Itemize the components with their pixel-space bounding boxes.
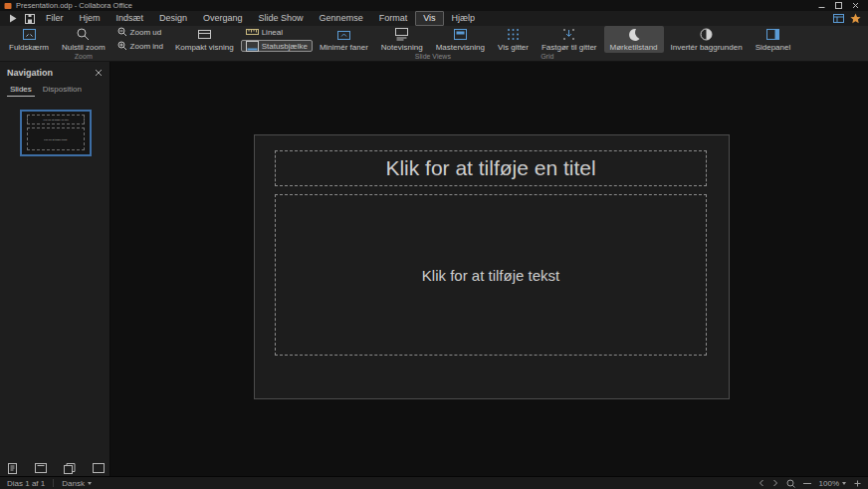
snap-to-grid-icon: [561, 27, 576, 42]
slide-thumbnail[interactable]: Klik for at tilføje en titel Klik for at…: [20, 110, 92, 156]
navigation-tabs: Slides Disposition: [0, 82, 109, 102]
group-zoom: Nulstil zoom Zoom: [56, 26, 111, 61]
side-panel-button[interactable]: Sidepanel: [750, 26, 797, 53]
zoom-in-button[interactable]: Zoom ind: [112, 40, 168, 52]
layout-icon[interactable]: [833, 14, 844, 23]
slide-count-label: Dias 1 af 1: [7, 479, 45, 488]
save-icon[interactable]: [21, 12, 38, 25]
menu-item-design[interactable]: Design: [151, 11, 195, 26]
statusbar-icon: [246, 41, 259, 52]
next-slide-icon[interactable]: [772, 479, 778, 487]
menubar-right: [833, 13, 864, 24]
dark-mode-label: Mørketilstand: [610, 44, 658, 52]
panel-bottom-toolbar: [0, 460, 109, 476]
moon-icon: [626, 27, 641, 42]
zoom-magnifier-icon[interactable]: [786, 479, 795, 488]
zoom-level-selector[interactable]: 100%: [819, 479, 846, 488]
group-ruler-statusbar: Lineal Statusbjælke: [241, 26, 313, 61]
thumbnail-body-text: Klik for at tilføje tekst: [44, 137, 67, 140]
star-icon[interactable]: [850, 13, 861, 24]
slide-body-placeholder[interactable]: Klik for at tilføje tekst: [275, 194, 707, 356]
show-grid-label: Vis gitter: [498, 44, 529, 52]
menu-item-filer[interactable]: Filer: [38, 11, 72, 26]
menu-item-vis[interactable]: Vis: [415, 11, 443, 26]
master-view-label: Mastervisning: [436, 44, 485, 52]
duplicate-slide-icon[interactable]: [64, 463, 76, 474]
statusbar-toggle-label: Statusbjælke: [262, 42, 308, 51]
zoom-in-label: Zoom ind: [130, 42, 163, 51]
page-icon[interactable]: [7, 463, 18, 474]
group-grid: Vis gitter Fastgør til gitter Grid: [492, 26, 603, 61]
ruler-icon: [246, 27, 259, 37]
fullscreen-button[interactable]: Fuldskærm: [3, 26, 55, 53]
invert-icon: [699, 27, 714, 42]
slide-body-text: Klik for at tilføje tekst: [422, 267, 559, 284]
reset-zoom-label: Nulstil zoom: [62, 44, 106, 52]
group-fullscreen: Fuldskærm: [3, 26, 55, 61]
thumbnail-title-box: Klik for at tilføje en titel: [27, 115, 85, 124]
previous-slide-icon[interactable]: [759, 479, 764, 487]
compact-view-label: Kompakt visning: [175, 44, 234, 52]
compact-view-button[interactable]: Kompakt visning: [169, 26, 240, 53]
notes-view-button[interactable]: Notevisning: [375, 26, 429, 53]
grid-icon: [506, 27, 521, 42]
slide-title-placeholder[interactable]: Klik for at tilføje en titel: [275, 150, 707, 186]
statusbar-zoom-in-icon[interactable]: [854, 480, 861, 487]
language-label: Dansk: [62, 479, 85, 488]
menu-item-slide-show[interactable]: Slide Show: [251, 11, 312, 26]
navigation-panel: Navigation Slides Disposition Klik for a…: [0, 62, 110, 476]
invert-background-button[interactable]: Invertér baggrunden: [665, 26, 749, 53]
slide-views-group-label: Slide Views: [375, 53, 491, 61]
language-selector[interactable]: Dansk: [62, 479, 92, 488]
statusbar: Dias 1 af 1 Dansk 100%: [0, 476, 868, 489]
slide-title-text: Klik for at tilføje en titel: [385, 156, 595, 180]
thumbnail-body-box: Klik for at tilføje tekst: [27, 127, 85, 150]
tab-slides[interactable]: Slides: [7, 84, 35, 97]
panel-close-icon[interactable]: [95, 69, 103, 77]
main-area: Navigation Slides Disposition Klik for a…: [0, 62, 868, 476]
statusbar-toggle-button[interactable]: Statusbjælke: [241, 40, 313, 52]
zoom-in-icon: [117, 41, 127, 51]
slide-icon[interactable]: [35, 463, 47, 473]
blank-slide-icon[interactable]: [93, 463, 105, 473]
zoom-slider[interactable]: [803, 482, 811, 485]
ruler-button[interactable]: Lineal: [241, 26, 288, 38]
window-controls: [813, 0, 864, 11]
tab-disposition[interactable]: Disposition: [40, 84, 85, 97]
menubar: Filer Hjem Indsæt Design Overgang Slide …: [0, 11, 868, 26]
notes-view-label: Notevisning: [381, 44, 423, 52]
menu-item-gennemse[interactable]: Gennemse: [312, 11, 371, 26]
snap-to-grid-button[interactable]: Fastgør til gitter: [536, 26, 603, 53]
menu-item-hjem[interactable]: Hjem: [72, 11, 108, 26]
maximize-icon[interactable]: [830, 0, 847, 11]
side-panel-label: Sidepanel: [756, 44, 791, 52]
group-slide-views: Notevisning Mastervisning Slide Views: [375, 26, 491, 61]
close-icon[interactable]: [847, 0, 864, 11]
ribbon-toolbar: Fuldskærm Nulstil zoom Zoom: [0, 26, 868, 62]
minimize-tabs-button[interactable]: Minimér faner: [314, 26, 374, 53]
slide[interactable]: Klik for at tilføje en titel Klik for at…: [254, 134, 730, 399]
master-view-button[interactable]: Mastervisning: [430, 26, 491, 53]
app-icon: [4, 2, 12, 10]
menu-item-format[interactable]: Format: [371, 11, 416, 26]
zoom-out-button[interactable]: Zoom ud: [112, 26, 167, 38]
slide-canvas[interactable]: Klik for at tilføje en titel Klik for at…: [110, 62, 868, 476]
reset-zoom-button[interactable]: Nulstil zoom: [56, 26, 111, 53]
show-grid-button[interactable]: Vis gitter: [492, 26, 535, 53]
dark-mode-button[interactable]: Mørketilstand: [604, 26, 664, 53]
minimize-icon[interactable]: [813, 0, 830, 11]
snap-to-grid-label: Fastgør til gitter: [542, 44, 597, 52]
group-minimize-tabs: Minimér faner: [314, 26, 374, 61]
menu-item-overgang[interactable]: Overgang: [195, 11, 251, 26]
titlebar: Presentation.odp - Collabora Office: [0, 0, 868, 11]
ruler-label: Lineal: [262, 28, 283, 37]
chevron-down-icon: [88, 482, 92, 485]
thumbnail-title-text: Klik for at tilføje en titel: [43, 119, 68, 122]
menu-item-indsaet[interactable]: Indsæt: [108, 11, 152, 26]
zoom-out-icon: [117, 27, 127, 37]
group-dark-mode: Mørketilstand Invertér baggrunden Sidepa…: [604, 26, 797, 61]
group-compact: Kompakt visning: [169, 26, 240, 61]
compact-view-icon: [197, 27, 212, 42]
menu-item-hjaelp[interactable]: Hjælp: [444, 11, 484, 26]
slideshow-play-icon[interactable]: [4, 12, 21, 25]
